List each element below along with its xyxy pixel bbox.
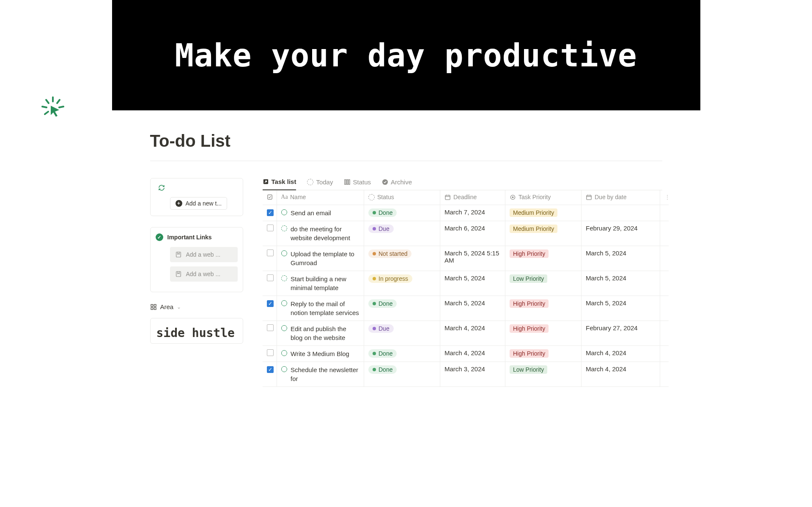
checkbox-icon [267,194,273,200]
status-label: In progress [379,275,408,282]
chevron-down-icon: ⌄ [177,304,181,310]
page-icon-cursor-burst[interactable] [41,96,65,120]
status-circle-icon [281,275,287,281]
status-pill[interactable]: Done [368,365,397,374]
deadline-value: March 5, 2024 5:15 AM [444,249,499,264]
svg-line-5 [45,112,48,114]
col-header-name[interactable]: AaName [277,190,364,205]
row-checkbox[interactable] [267,324,274,331]
status-dot-icon [373,327,376,330]
table-row[interactable]: do the meeting for website developmentDu… [263,221,669,246]
col-header-status[interactable]: Status [364,190,440,205]
area-view-selector[interactable]: Area ⌄ [150,303,243,310]
status-pill[interactable]: Done [368,208,397,217]
status-pill[interactable]: Due [368,324,394,333]
archive-tab-icon [382,179,388,185]
table-row[interactable]: ✓Send an emailDoneMarch 7, 2024Medium Pr… [263,205,669,221]
status-circle-icon [281,350,287,356]
table-row[interactable]: ✓Reply to the mail of notion template se… [263,296,669,321]
bookmark-icon [175,271,182,277]
task-name: Edit and publish the blog on the website [291,324,359,342]
task-name: Schedule the newsletter for [291,365,359,383]
task-name: Send an email [291,208,331,217]
add-web-bookmark-2[interactable]: Add a web ... [170,266,238,282]
deadline-value: March 7, 2024 [444,208,485,216]
deadline-value: March 4, 2024 [444,324,485,332]
row-checkbox[interactable] [267,349,274,356]
add-web-bookmark-1[interactable]: Add a web ... [170,247,238,262]
status-pill[interactable]: Done [368,349,397,358]
due-by-value: February 29, 2024 [586,225,638,232]
row-checkbox[interactable]: ✓ [267,300,274,307]
status-label: Not started [379,250,407,257]
main-content: Task listTodayStatusArchive AaName Statu… [263,178,662,387]
tab-label: Task list [272,178,296,185]
row-checkbox[interactable] [267,274,274,281]
calendar-icon [444,194,451,200]
more-icon: ⋮ [664,194,670,200]
col-header-due-by[interactable]: Due by date [582,190,660,205]
status-circle-icon [281,225,287,231]
due-by-value: March 4, 2024 [586,365,626,373]
status-label: Due [379,325,390,332]
svg-rect-9 [154,304,156,307]
svg-rect-15 [349,179,350,184]
priority-tag[interactable]: High Priority [510,299,549,308]
status-pill[interactable]: In progress [368,274,412,283]
tasklist-tab-icon [263,178,269,185]
view-tabs: Task listTodayStatusArchive [263,178,662,190]
priority-tag[interactable]: High Priority [510,324,549,333]
status-dot-icon [373,277,376,280]
priority-tag[interactable]: High Priority [510,349,549,358]
svg-rect-11 [154,307,156,310]
col-header-more[interactable]: ⋮ [660,190,669,205]
table-row[interactable]: Start building a new minimal templateIn … [263,271,669,296]
tab-archive[interactable]: Archive [382,178,412,190]
row-checkbox[interactable] [267,225,274,231]
status-label: Due [379,225,390,232]
target-icon [510,194,516,200]
status-icon [368,194,375,200]
status-dot-icon [373,252,376,255]
status-dot-icon [373,211,376,214]
svg-rect-24 [587,195,591,199]
svg-line-2 [59,107,63,107]
row-checkbox[interactable] [267,249,274,256]
row-checkbox[interactable]: ✓ [267,366,274,373]
tab-tasklist[interactable]: Task list [263,178,296,190]
side-hustle-card[interactable]: side hustle [150,318,243,344]
table-row[interactable]: Edit and publish the blog on the website… [263,321,669,345]
add-web-label: Add a web ... [186,271,221,277]
tab-today[interactable]: Today [307,178,333,190]
tab-status[interactable]: Status [344,178,371,190]
priority-tag[interactable]: Low Priority [510,365,547,374]
priority-tag[interactable]: Medium Priority [510,208,557,217]
page-title[interactable]: To-do List [150,132,662,151]
deadline-value: March 3, 2024 [444,365,485,373]
status-label: Done [379,300,392,307]
add-new-task-button[interactable]: + Add a new t... [170,197,228,210]
table-row[interactable]: Write 3 Medium BlogDoneMarch 4, 2024High… [263,345,669,362]
tab-label: Today [316,178,333,186]
deadline-value: March 6, 2024 [444,225,485,232]
task-name: Start building a new minimal template [291,274,359,292]
col-header-checkbox[interactable] [263,190,277,205]
col-header-priority[interactable]: Task Priority [505,190,582,205]
due-by-value: February 27, 2024 [586,324,638,332]
status-pill[interactable]: Due [368,225,394,233]
status-dot-icon [373,227,376,230]
table-row[interactable]: ✓Schedule the newsletter forDoneMarch 3,… [263,362,669,386]
status-pill[interactable]: Not started [368,249,411,258]
svg-line-3 [46,100,49,103]
task-name: Reply to the mail of notion template ser… [291,299,359,317]
due-by-value: March 5, 2024 [586,274,626,282]
sidebar: + Add a new t... ✓ Important Links Add a… [150,178,243,387]
priority-tag[interactable]: Medium Priority [510,225,557,233]
priority-tag[interactable]: Low Priority [510,274,547,283]
table-row[interactable]: Upload the template to GumroadNot starte… [263,246,669,271]
task-name: do the meeting for website development [291,225,359,242]
col-header-deadline[interactable]: Deadline [440,190,505,205]
row-checkbox[interactable]: ✓ [267,209,274,216]
priority-tag[interactable]: High Priority [510,249,549,258]
status-pill[interactable]: Done [368,299,397,308]
